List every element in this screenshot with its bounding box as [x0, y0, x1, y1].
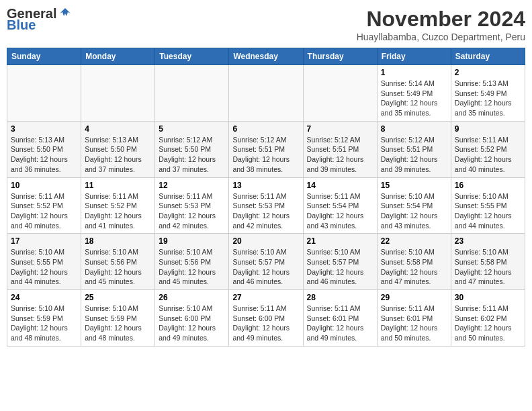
day-info: Sunrise: 5:11 AMSunset: 5:52 PMDaylight:…	[85, 191, 151, 231]
calendar-cell: 24Sunrise: 5:10 AMSunset: 5:59 PMDayligh…	[7, 290, 81, 347]
day-info: Sunrise: 5:13 AMSunset: 5:49 PMDaylight:…	[455, 79, 521, 118]
day-info: Sunrise: 5:11 AMSunset: 5:52 PMDaylight:…	[455, 135, 521, 175]
day-of-week-header: Sunday	[7, 48, 81, 65]
calendar-header-row: SundayMondayTuesdayWednesdayThursdayFrid…	[7, 48, 525, 65]
calendar-cell: 26Sunrise: 5:10 AMSunset: 6:00 PMDayligh…	[155, 290, 229, 347]
calendar-cell: 30Sunrise: 5:11 AMSunset: 6:02 PMDayligh…	[451, 290, 525, 347]
day-info: Sunrise: 5:11 AMSunset: 6:02 PMDaylight:…	[455, 304, 521, 343]
day-info: Sunrise: 5:10 AMSunset: 5:54 PMDaylight:…	[381, 191, 447, 231]
calendar-cell: 25Sunrise: 5:10 AMSunset: 5:59 PMDayligh…	[81, 290, 155, 347]
day-of-week-header: Saturday	[451, 48, 525, 65]
day-info: Sunrise: 5:10 AMSunset: 5:55 PMDaylight:…	[11, 247, 77, 287]
calendar-cell: 23Sunrise: 5:10 AMSunset: 5:58 PMDayligh…	[451, 234, 525, 290]
calendar-cell: 29Sunrise: 5:11 AMSunset: 6:01 PMDayligh…	[377, 290, 451, 347]
calendar-cell: 27Sunrise: 5:11 AMSunset: 6:00 PMDayligh…	[229, 290, 303, 347]
day-of-week-header: Monday	[81, 48, 155, 65]
day-info: Sunrise: 5:12 AMSunset: 5:51 PMDaylight:…	[232, 135, 299, 175]
day-number: 11	[85, 181, 151, 190]
day-info: Sunrise: 5:11 AMSunset: 5:52 PMDaylight:…	[11, 191, 77, 231]
day-info: Sunrise: 5:10 AMSunset: 5:59 PMDaylight:…	[11, 304, 77, 343]
calendar-cell: 14Sunrise: 5:11 AMSunset: 5:54 PMDayligh…	[303, 177, 377, 234]
day-number: 19	[159, 236, 225, 246]
calendar-week-row: 17Sunrise: 5:10 AMSunset: 5:55 PMDayligh…	[7, 234, 525, 290]
logo: General Blue	[7, 7, 72, 33]
calendar-cell: 3Sunrise: 5:13 AMSunset: 5:50 PMDaylight…	[7, 121, 81, 177]
day-number: 18	[85, 236, 151, 246]
day-number: 3	[11, 124, 77, 134]
day-info: Sunrise: 5:13 AMSunset: 5:50 PMDaylight:…	[11, 135, 77, 175]
calendar-cell: 2Sunrise: 5:13 AMSunset: 5:49 PMDaylight…	[451, 65, 525, 122]
day-info: Sunrise: 5:10 AMSunset: 6:00 PMDaylight:…	[159, 304, 225, 343]
day-number: 16	[455, 181, 521, 190]
day-number: 9	[455, 124, 521, 134]
calendar-week-row: 10Sunrise: 5:11 AMSunset: 5:52 PMDayligh…	[7, 177, 525, 234]
day-number: 28	[307, 293, 373, 302]
day-number: 23	[455, 236, 521, 246]
day-info: Sunrise: 5:10 AMSunset: 5:57 PMDaylight:…	[232, 247, 299, 287]
day-number: 27	[232, 293, 299, 302]
day-of-week-header: Wednesday	[229, 48, 303, 65]
calendar-cell: 1Sunrise: 5:14 AMSunset: 5:49 PMDaylight…	[377, 65, 451, 122]
day-number: 20	[232, 236, 299, 246]
day-info: Sunrise: 5:10 AMSunset: 5:56 PMDaylight:…	[85, 247, 151, 287]
day-number: 17	[11, 236, 77, 246]
calendar-week-row: 24Sunrise: 5:10 AMSunset: 5:59 PMDayligh…	[7, 290, 525, 347]
calendar-cell: 20Sunrise: 5:10 AMSunset: 5:57 PMDayligh…	[229, 234, 303, 290]
day-info: Sunrise: 5:14 AMSunset: 5:49 PMDaylight:…	[381, 79, 447, 118]
day-info: Sunrise: 5:11 AMSunset: 5:53 PMDaylight:…	[232, 191, 299, 231]
calendar-week-row: 1Sunrise: 5:14 AMSunset: 5:49 PMDaylight…	[7, 65, 525, 122]
day-of-week-header: Thursday	[303, 48, 377, 65]
day-info: Sunrise: 5:10 AMSunset: 5:59 PMDaylight:…	[85, 304, 151, 343]
calendar-cell: 16Sunrise: 5:10 AMSunset: 5:55 PMDayligh…	[451, 177, 525, 234]
day-info: Sunrise: 5:10 AMSunset: 5:57 PMDaylight:…	[307, 247, 373, 287]
calendar-cell	[155, 65, 229, 122]
calendar-week-row: 3Sunrise: 5:13 AMSunset: 5:50 PMDaylight…	[7, 121, 525, 177]
calendar-table: SundayMondayTuesdayWednesdayThursdayFrid…	[7, 48, 525, 347]
calendar-cell: 11Sunrise: 5:11 AMSunset: 5:52 PMDayligh…	[81, 177, 155, 234]
calendar-cell	[81, 65, 155, 122]
calendar-cell: 12Sunrise: 5:11 AMSunset: 5:53 PMDayligh…	[155, 177, 229, 234]
day-number: 15	[381, 181, 447, 190]
calendar-cell	[229, 65, 303, 122]
logo-blue-text: Blue	[7, 17, 36, 33]
day-number: 5	[159, 124, 225, 134]
day-info: Sunrise: 5:12 AMSunset: 5:51 PMDaylight:…	[307, 135, 373, 175]
calendar-cell: 9Sunrise: 5:11 AMSunset: 5:52 PMDaylight…	[451, 121, 525, 177]
calendar-cell: 28Sunrise: 5:11 AMSunset: 6:01 PMDayligh…	[303, 290, 377, 347]
day-info: Sunrise: 5:10 AMSunset: 5:55 PMDaylight:…	[455, 191, 521, 231]
day-info: Sunrise: 5:11 AMSunset: 5:53 PMDaylight:…	[159, 191, 225, 231]
day-number: 8	[381, 124, 447, 134]
calendar-cell: 21Sunrise: 5:10 AMSunset: 5:57 PMDayligh…	[303, 234, 377, 290]
day-info: Sunrise: 5:10 AMSunset: 5:56 PMDaylight:…	[159, 247, 225, 287]
day-number: 24	[11, 293, 77, 302]
day-info: Sunrise: 5:11 AMSunset: 6:01 PMDaylight:…	[307, 304, 373, 343]
location-subtitle: Huayllabamba, Cuzco Department, Peru	[357, 32, 525, 42]
calendar-cell: 22Sunrise: 5:10 AMSunset: 5:58 PMDayligh…	[377, 234, 451, 290]
day-number: 26	[159, 293, 225, 302]
day-number: 2	[455, 68, 521, 77]
day-number: 10	[11, 181, 77, 190]
title-block: November 2024 Huayllabamba, Cuzco Depart…	[357, 7, 525, 42]
calendar-cell: 8Sunrise: 5:12 AMSunset: 5:51 PMDaylight…	[377, 121, 451, 177]
calendar-cell	[303, 65, 377, 122]
day-number: 12	[159, 181, 225, 190]
calendar-cell: 13Sunrise: 5:11 AMSunset: 5:53 PMDayligh…	[229, 177, 303, 234]
day-of-week-header: Tuesday	[155, 48, 229, 65]
logo-bird-icon	[58, 7, 72, 20]
day-number: 14	[307, 181, 373, 190]
calendar-cell	[7, 65, 81, 122]
day-number: 13	[232, 181, 299, 190]
month-title: November 2024	[357, 7, 525, 32]
day-info: Sunrise: 5:10 AMSunset: 5:58 PMDaylight:…	[381, 247, 447, 287]
calendar-cell: 17Sunrise: 5:10 AMSunset: 5:55 PMDayligh…	[7, 234, 81, 290]
day-info: Sunrise: 5:11 AMSunset: 5:54 PMDaylight:…	[307, 191, 373, 231]
day-info: Sunrise: 5:11 AMSunset: 6:01 PMDaylight:…	[381, 304, 447, 343]
day-number: 6	[232, 124, 299, 134]
day-number: 21	[307, 236, 373, 246]
day-number: 1	[381, 68, 447, 77]
calendar-cell: 19Sunrise: 5:10 AMSunset: 5:56 PMDayligh…	[155, 234, 229, 290]
day-info: Sunrise: 5:11 AMSunset: 6:00 PMDaylight:…	[232, 304, 299, 343]
day-number: 25	[85, 293, 151, 302]
day-number: 29	[381, 293, 447, 302]
svg-marker-0	[60, 8, 71, 16]
